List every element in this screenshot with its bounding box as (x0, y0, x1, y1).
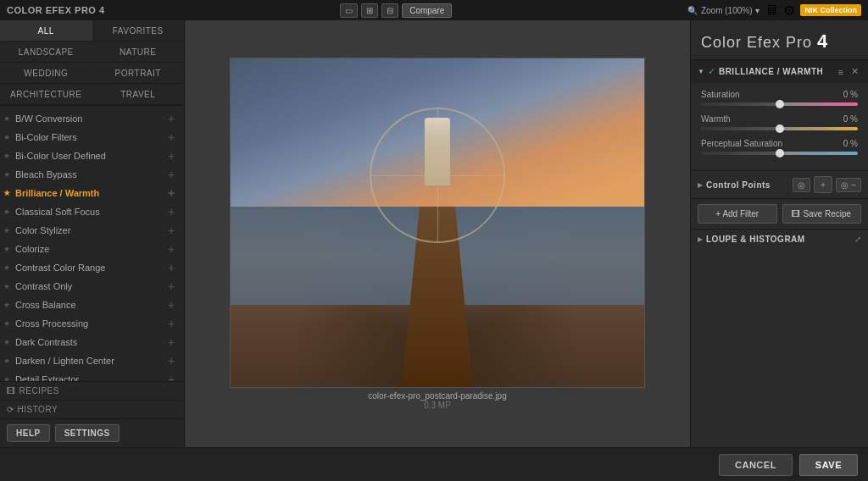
saturation-fill (701, 102, 780, 106)
category-nature[interactable]: NATURE (92, 41, 185, 63)
history-section[interactable]: ⟳ HISTORY (0, 400, 184, 418)
filter-item[interactable]: ★ Detail Extractor + (0, 370, 184, 381)
cp-target-btn[interactable]: ◎ (793, 178, 810, 192)
filter-item[interactable]: ★ Classical Soft Focus + (0, 202, 184, 221)
filter-add-icon: + (165, 186, 177, 200)
perceptual-value: 0 % (843, 139, 858, 148)
filter-star-icon: ★ (3, 170, 12, 179)
settings-button[interactable]: SETTINGS (55, 424, 120, 442)
warmth-slider-row: Warmth 0 % (701, 114, 858, 130)
filter-star-icon: ★ (3, 357, 12, 365)
grid-view-btn[interactable]: ⊟ (381, 3, 398, 18)
loupe-header: ▶ LOUPE & HISTOGRAM ⤢ (698, 235, 861, 244)
category-favorites[interactable]: FAVORITES (92, 20, 185, 41)
filter-add-icon: + (165, 224, 177, 237)
category-architecture[interactable]: ARCHITECTURE (0, 84, 92, 105)
category-landscape[interactable]: LANDSCAPE (0, 41, 92, 63)
add-filter-button[interactable]: + Add Filter (698, 204, 777, 224)
filter-add-icon: + (165, 112, 177, 125)
cp-title-row[interactable]: ▶ Control Points (698, 180, 771, 190)
filter-add-icon: + (165, 373, 177, 381)
nik-badge: NIK Collection (800, 4, 861, 16)
filter-name: Contrast Color Range (15, 263, 165, 273)
filter-star-icon: ★ (3, 319, 12, 328)
control-points-section: ▶ Control Points ◎ ＋ ◎ − (691, 171, 868, 199)
cp-add-btn[interactable]: ＋ (814, 176, 832, 193)
recipes-section[interactable]: 🎞 RECIPES (0, 381, 184, 400)
perceptual-thumb[interactable] (776, 149, 784, 158)
filter-item[interactable]: ★ Bi-Color User Defined + (0, 147, 184, 165)
effect-body: Saturation 0 % Warmth 0 % (691, 83, 868, 170)
title-bar: COLOR EFEX PRO 4 ▭ ⊞ ⊟ Compare 🔍 Zoom (1… (0, 0, 868, 20)
recipes-icon: 🎞 (7, 386, 16, 395)
split-view-btn[interactable]: ⊞ (361, 3, 378, 18)
filter-item[interactable]: ★ Colorize + (0, 240, 184, 258)
filter-add-icon: + (165, 205, 177, 218)
filter-list: ★ B/W Conversion + ★ Bi-Color Filters + … (0, 106, 184, 381)
history-label: HISTORY (18, 405, 58, 414)
filter-item[interactable]: ★ Cross Balance + (0, 296, 184, 314)
saturation-thumb[interactable] (776, 100, 784, 108)
save-icon: 🎞 (792, 209, 800, 218)
effect-section: ▼ ✓ BRILLIANCE / WARMTH ≡ ✕ Saturation 0… (691, 60, 868, 171)
saturation-value: 0 % (843, 90, 858, 99)
category-wedding[interactable]: WEDDING (0, 63, 92, 84)
canvas-image-wrapper: color-efex-pro_postcard-paradise.jpg 0.3… (230, 58, 645, 410)
filter-add-icon: + (165, 242, 177, 256)
filter-item[interactable]: ★ B/W Conversion + (0, 109, 184, 128)
sidebar-bottom: HELP SETTINGS (0, 418, 184, 447)
compare-btn[interactable]: Compare (402, 3, 452, 18)
action-row: + Add Filter 🎞 Save Recipe (691, 199, 868, 229)
effect-close-icon[interactable]: ✕ (849, 65, 861, 78)
filter-star-icon: ★ (3, 301, 12, 309)
canvas-size: 0.3 MP (368, 401, 506, 410)
filter-star-icon: ★ (3, 114, 12, 123)
app-title-text: COLOR EFEX PRO 4 (7, 5, 105, 15)
loupe-expand-icon[interactable]: ⤢ (854, 235, 861, 244)
effect-check: ✓ (708, 66, 715, 77)
category-travel[interactable]: TRAVEL (92, 84, 185, 105)
effect-menu-icon[interactable]: ≡ (836, 66, 846, 78)
saturation-label-row: Saturation 0 % (701, 90, 858, 99)
save-button[interactable]: SAVE (799, 454, 858, 476)
category-all[interactable]: ALL (0, 20, 92, 41)
single-view-btn[interactable]: ▭ (340, 3, 358, 18)
perceptual-label: Perceptual Saturation (701, 139, 782, 148)
filter-item[interactable]: ★ Brilliance / Warmth + (0, 184, 184, 202)
right-panel: Color Efex Pro 4 ▼ ✓ BRILLIANCE / WARMTH… (690, 20, 868, 447)
filter-item[interactable]: ★ Contrast Only + (0, 277, 184, 296)
collapse-icon: ▼ (698, 68, 704, 75)
saturation-track[interactable] (701, 102, 858, 106)
main-layout: ALL FAVORITES LANDSCAPE NATURE WEDDING P… (0, 20, 868, 447)
perceptual-label-row: Perceptual Saturation 0 % (701, 139, 858, 148)
warmth-track[interactable] (701, 127, 858, 130)
filter-add-icon: + (165, 279, 177, 293)
filter-star-icon: ★ (3, 282, 12, 290)
filter-add-icon: + (165, 149, 177, 163)
filter-name: Dark Contrasts (15, 337, 165, 347)
recipes-label: RECIPES (19, 386, 59, 395)
canvas-info: color-efex-pro_postcard-paradise.jpg 0.3… (368, 391, 506, 410)
cp-remove-btn[interactable]: ◎ − (836, 178, 861, 192)
warmth-fill (701, 127, 780, 130)
loupe-section[interactable]: ▶ LOUPE & HISTOGRAM ⤢ (691, 229, 868, 249)
filter-star-icon: ★ (3, 189, 12, 197)
save-recipe-button[interactable]: 🎞 Save Recipe (782, 204, 862, 224)
filter-item[interactable]: ★ Darken / Lighten Center + (0, 351, 184, 370)
filter-item[interactable]: ★ Bleach Bypass + (0, 165, 184, 184)
effect-header[interactable]: ▼ ✓ BRILLIANCE / WARMTH ≡ ✕ (691, 60, 868, 83)
warmth-thumb[interactable] (776, 124, 784, 133)
filter-item[interactable]: ★ Color Stylizer + (0, 221, 184, 240)
help-button[interactable]: HELP (7, 424, 50, 442)
filter-item[interactable]: ★ Dark Contrasts + (0, 333, 184, 351)
filter-item[interactable]: ★ Cross Processing + (0, 314, 184, 333)
zoom-display: 🔍 Zoom (100%) ▾ (687, 6, 760, 15)
filter-item[interactable]: ★ Contrast Color Range + (0, 258, 184, 277)
cancel-button[interactable]: CANCEL (719, 454, 793, 476)
filter-item[interactable]: ★ Bi-Color Filters + (0, 128, 184, 147)
perceptual-fill (701, 152, 780, 155)
title-bar-left: COLOR EFEX PRO 4 (7, 5, 105, 15)
perceptual-track[interactable] (701, 152, 858, 155)
category-portrait[interactable]: PORTRAIT (92, 63, 185, 84)
filter-name: Detail Extractor (15, 374, 165, 381)
